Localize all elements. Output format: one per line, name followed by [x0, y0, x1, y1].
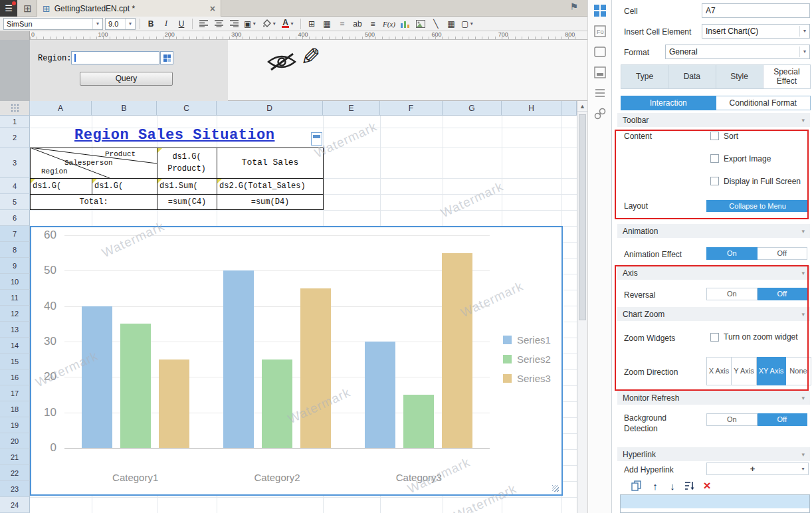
subtab-interaction[interactable]: Interaction: [621, 96, 716, 110]
scrollbar-thumb[interactable]: [579, 114, 586, 320]
cell-d3[interactable]: Total Sales: [217, 148, 323, 178]
row-header-24[interactable]: 24: [0, 497, 30, 513]
column-header-a[interactable]: A: [30, 101, 92, 116]
list-button[interactable]: ≡: [366, 18, 379, 30]
slash-line-button[interactable]: ╲: [429, 18, 443, 30]
row-header-13[interactable]: 13: [0, 322, 30, 338]
cell-b4[interactable]: ds1.G(: [94, 181, 123, 191]
italic-button[interactable]: I: [159, 18, 173, 30]
hyperlink-list-selected-row[interactable]: [621, 495, 809, 508]
row-header-5[interactable]: 5: [0, 194, 30, 210]
row-header-12[interactable]: 12: [0, 306, 30, 322]
formula-button[interactable]: F(x): [381, 18, 397, 30]
reversal-on-button[interactable]: On: [706, 288, 758, 300]
section-animation[interactable]: Animation▾: [617, 224, 810, 238]
align-center-button[interactable]: [212, 18, 225, 30]
underline-button[interactable]: U: [175, 18, 188, 30]
row-header-3[interactable]: 3: [0, 148, 30, 178]
bar-series2-category3[interactable]: [403, 395, 434, 448]
align-right-button[interactable]: [227, 18, 241, 30]
cell-a5[interactable]: Total:: [30, 194, 157, 210]
bar-series2-category1[interactable]: [120, 324, 151, 448]
row-header-16[interactable]: 16: [0, 369, 30, 385]
tab-type[interactable]: Type: [621, 64, 668, 89]
insert-cell-element-select[interactable]: Insert Chart(C)▾: [702, 24, 810, 39]
table-style-button[interactable]: ▦: [320, 18, 334, 30]
copy-hyperlink-icon[interactable]: [629, 479, 644, 492]
edit-pencil-icon[interactable]: ✎: [300, 45, 320, 69]
add-hyperlink-button[interactable]: +▾: [706, 462, 809, 475]
section-axis[interactable]: Axis▾: [617, 266, 810, 280]
grid-button[interactable]: ▦: [445, 18, 458, 30]
hyperlink-icon[interactable]: [593, 107, 607, 120]
chart-button[interactable]: [399, 18, 412, 30]
font-family-select[interactable]: SimSun▾: [3, 18, 103, 30]
bar-chart[interactable]: 0102030405060Category1Category2Category3…: [30, 226, 563, 496]
row-header-4[interactable]: 4: [0, 178, 30, 194]
column-header-c[interactable]: C: [157, 101, 217, 116]
column-header-h[interactable]: H: [502, 101, 561, 116]
equals-button[interactable]: =: [336, 18, 349, 30]
hyperlink-list[interactable]: [620, 494, 810, 513]
hide-preview-eye-icon[interactable]: [266, 52, 298, 74]
legend-label-series3[interactable]: Series3: [517, 373, 551, 384]
row-header-20[interactable]: 20: [0, 433, 30, 449]
cell-c5[interactable]: =sum(C4): [157, 194, 217, 210]
resize-grip-icon[interactable]: [552, 485, 559, 492]
legend-label-series2[interactable]: Series2: [517, 354, 551, 365]
column-header-b[interactable]: B: [92, 101, 157, 116]
cell-c3[interactable]: ds1.G( Product): [157, 150, 216, 176]
image-button[interactable]: [414, 18, 427, 30]
tab-special-effect[interactable]: Special Effect: [763, 64, 811, 89]
row-header-7[interactable]: 7: [0, 226, 30, 242]
font-size-select[interactable]: 9.0▾: [105, 18, 136, 30]
fill-color-button[interactable]: ▾: [260, 18, 278, 30]
scroll-up-icon[interactable]: ▲: [577, 101, 587, 112]
row-header-21[interactable]: 21: [0, 449, 30, 465]
column-header-f[interactable]: F: [380, 101, 443, 116]
region-input[interactable]: [71, 51, 159, 64]
row-header-10[interactable]: 10: [0, 274, 30, 290]
row-header-15[interactable]: 15: [0, 354, 30, 369]
background-off-button[interactable]: Off: [758, 413, 808, 426]
row-header-8[interactable]: 8: [0, 242, 30, 258]
bar-series1-category1[interactable]: [82, 306, 112, 448]
report-title[interactable]: Region Sales Situation: [74, 127, 274, 144]
query-button[interactable]: Query: [80, 72, 173, 86]
row-header-11[interactable]: 11: [0, 290, 30, 306]
column-header-d[interactable]: D: [217, 101, 323, 116]
section-chart-zoom[interactable]: Chart Zoom▾: [617, 307, 810, 321]
zoom-widget-checkbox[interactable]: [710, 333, 719, 342]
format-select[interactable]: General▾: [665, 45, 810, 59]
row-header-18[interactable]: 18: [0, 401, 30, 417]
section-hyperlink[interactable]: Hyperlink▾: [617, 447, 810, 461]
cell-border-button[interactable]: ⊞: [305, 18, 318, 30]
align-left-button[interactable]: [197, 18, 210, 30]
bar-series3-category2[interactable]: [300, 288, 331, 448]
section-toolbar[interactable]: Toolbar▾: [617, 113, 810, 127]
cell-ref-input[interactable]: [702, 3, 810, 18]
move-up-icon[interactable]: ↑: [648, 479, 662, 492]
animation-on-button[interactable]: On: [706, 247, 758, 260]
zoom-option-none[interactable]: None: [786, 357, 811, 385]
text-button[interactable]: ab: [351, 18, 364, 30]
vertical-scrollbar[interactable]: ▲: [577, 101, 587, 513]
zoom-option-xy-axis[interactable]: XY Axis: [757, 357, 786, 385]
sort-icon[interactable]: [682, 479, 697, 492]
checkbox-display-in-full-screen[interactable]: [710, 177, 719, 185]
cell-d5[interactable]: =sum(D4): [217, 194, 324, 210]
zoom-option-x-axis[interactable]: X Axis: [706, 357, 732, 385]
row-header-6[interactable]: 6: [0, 210, 30, 226]
float-anchor-icon[interactable]: [311, 132, 322, 146]
insert-widget-button[interactable]: ▢▾: [460, 18, 476, 30]
tab-data[interactable]: Data: [668, 64, 716, 89]
row-header-2[interactable]: 2: [0, 128, 30, 148]
row-header-23[interactable]: 23: [0, 481, 30, 497]
section-monitor-refresh[interactable]: Monitor Refresh▾: [617, 391, 810, 405]
bar-series1-category2[interactable]: [223, 270, 254, 448]
tab-style[interactable]: Style: [716, 64, 763, 89]
background-on-button[interactable]: On: [706, 413, 758, 426]
animation-off-button[interactable]: Off: [758, 247, 808, 260]
column-header-e[interactable]: E: [323, 101, 380, 116]
widget-settings-icon[interactable]: [593, 45, 607, 58]
